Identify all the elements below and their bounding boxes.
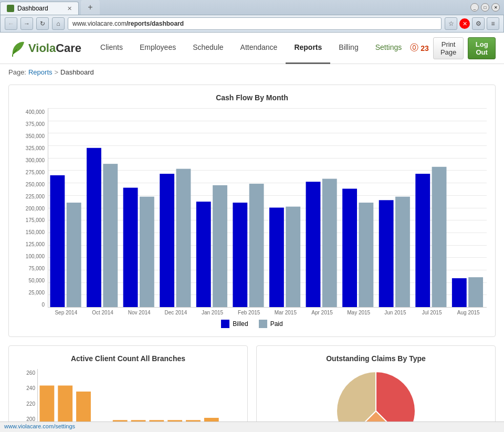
logout-button[interactable]: Log Out (468, 37, 496, 59)
stop-btn[interactable]: ✕ (459, 18, 470, 29)
browser-tab-dashboard[interactable]: Dashboard ✕ (0, 2, 79, 15)
svg-rect-3 (87, 148, 101, 307)
svg-rect-11 (233, 203, 247, 307)
y-label-100k: 100,000 (26, 254, 45, 259)
svg-rect-2 (67, 203, 81, 307)
browser-toolbar: ← → ↻ ⌂ www.violacare.com/reports/dashbo… (0, 15, 504, 33)
x-label: Aug 2015 (450, 310, 487, 315)
address-bar[interactable]: www.violacare.com/reports/dashboard (68, 17, 442, 30)
svg-rect-19 (379, 200, 394, 307)
legend-billed: Billed (221, 320, 248, 328)
cash-flow-chart-title: Cash Flow By Month (17, 93, 487, 102)
tab-favicon (7, 5, 14, 12)
header-right: ⓪ 23 Print Page Log Out (410, 37, 496, 59)
breadcrumb: Page: Reports > Dashboard (0, 64, 504, 80)
svg-rect-22 (432, 167, 447, 307)
window-close-btn[interactable]: ✕ (491, 3, 500, 12)
outstanding-claims-chart-container: Outstanding Claims By Type (256, 345, 496, 432)
forward-btn[interactable]: → (20, 17, 33, 30)
x-label: Oct 2014 (85, 310, 121, 315)
bookmark-btn[interactable]: ☆ (445, 17, 457, 30)
svg-rect-13 (269, 208, 284, 308)
nav-attendance[interactable]: Attendance (232, 33, 286, 64)
svg-rect-6 (140, 197, 154, 307)
svg-rect-8 (176, 169, 191, 307)
outstanding-claims-title: Outstanding Claims By Type (265, 354, 487, 363)
svg-rect-10 (213, 185, 227, 307)
browser-actions: ☆ ✕ ⚙ ≡ (445, 17, 499, 30)
y-label-325k: 325,000 (26, 145, 45, 151)
breadcrumb-reports-link[interactable]: Reports (28, 68, 52, 76)
legend-billed-box (221, 320, 229, 328)
main-content: Cash Flow By Month 400,000 375,000 350,0… (0, 80, 504, 432)
x-label: Sep 2014 (48, 310, 85, 315)
y-label-175k: 175,000 (26, 217, 45, 223)
x-label: May 2015 (340, 310, 377, 315)
url-path: /reports/dashboard (127, 20, 184, 27)
x-label: Jul 2015 (414, 310, 450, 315)
legend-paid-label: Paid (270, 320, 283, 328)
extensions-btn[interactable]: ⚙ (472, 17, 485, 30)
cash-flow-chart-container: Cash Flow By Month 400,000 375,000 350,0… (8, 85, 496, 337)
small-y-240: 240 (26, 385, 35, 391)
address-text: www.violacare.com/reports/dashboard (72, 20, 184, 27)
cash-flow-legend: Billed Paid (17, 320, 487, 328)
svg-rect-5 (123, 188, 138, 307)
x-label: Dec 2014 (158, 310, 194, 315)
url-prefix: www.violacare.com (72, 20, 127, 27)
home-btn[interactable]: ⌂ (52, 17, 65, 30)
menu-btn[interactable]: ≡ (487, 17, 499, 30)
svg-rect-20 (395, 197, 410, 307)
nav-menu: Clients Employees Schedule Attendance Re… (92, 33, 410, 64)
svg-rect-24 (468, 277, 483, 307)
tab-close-btn[interactable]: ✕ (67, 5, 72, 12)
notification-badge: ⓪ 23 (410, 43, 429, 54)
svg-rect-9 (196, 202, 211, 307)
svg-rect-21 (415, 174, 430, 307)
y-label-75k: 75,000 (28, 266, 45, 271)
x-label: Jun 2015 (377, 310, 414, 315)
nav-reports[interactable]: Reports (286, 33, 330, 64)
nav-billing[interactable]: Billing (330, 33, 366, 64)
y-label-275k: 275,000 (26, 170, 45, 175)
y-label-375k: 375,000 (26, 121, 45, 127)
nav-settings[interactable]: Settings (367, 33, 411, 64)
x-label: Jan 2015 (194, 310, 231, 315)
svg-rect-17 (342, 188, 357, 307)
svg-rect-18 (359, 203, 373, 307)
breadcrumb-separator: > (55, 68, 59, 76)
logo-text: ViolaCare (28, 41, 81, 55)
svg-rect-7 (160, 174, 174, 307)
bottom-charts: Active Client Count All Branches 260 240… (8, 345, 496, 432)
y-label-150k: 150,000 (26, 229, 45, 235)
breadcrumb-current: Dashboard (60, 68, 94, 76)
x-label: Nov 2014 (121, 310, 158, 315)
active-client-title: Active Client Count All Branches (17, 354, 239, 363)
y-label-350k: 350,000 (26, 133, 45, 139)
nav-schedule[interactable]: Schedule (184, 33, 232, 64)
logo: ViolaCare (8, 40, 81, 57)
y-label-0: 0 (41, 302, 45, 308)
window-minimize-btn[interactable]: _ (470, 3, 479, 12)
nav-clients[interactable]: Clients (92, 33, 131, 64)
y-label-125k: 125,000 (26, 241, 45, 247)
y-label-200k: 200,000 (26, 206, 45, 212)
refresh-btn[interactable]: ↻ (36, 17, 49, 30)
new-tab-btn[interactable]: + (81, 0, 100, 15)
svg-rect-1 (50, 175, 65, 307)
legend-paid-box (259, 320, 267, 328)
nav-employees[interactable]: Employees (131, 33, 184, 64)
y-label-50k: 50,000 (28, 278, 45, 283)
svg-rect-23 (452, 278, 467, 307)
notification-count: 23 (421, 44, 429, 52)
print-page-button[interactable]: Print Page (433, 37, 464, 59)
x-label: Apr 2015 (304, 310, 341, 315)
y-label-225k: 225,000 (26, 194, 45, 199)
active-client-chart-container: Active Client Count All Branches 260 240… (8, 345, 248, 432)
small-y-220: 220 (26, 401, 35, 407)
tab-title: Dashboard (17, 5, 48, 12)
window-maximize-btn[interactable]: □ (481, 3, 489, 12)
logo-viola: Viola (28, 41, 56, 55)
status-bar: www.violacare.com/settings (0, 422, 504, 432)
back-btn[interactable]: ← (5, 17, 17, 30)
